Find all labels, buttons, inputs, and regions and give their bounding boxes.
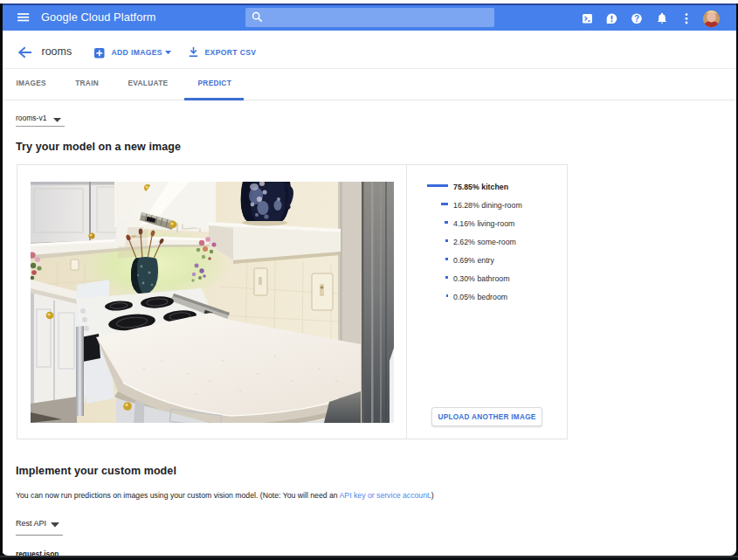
svg-text:?: ? — [634, 14, 639, 24]
